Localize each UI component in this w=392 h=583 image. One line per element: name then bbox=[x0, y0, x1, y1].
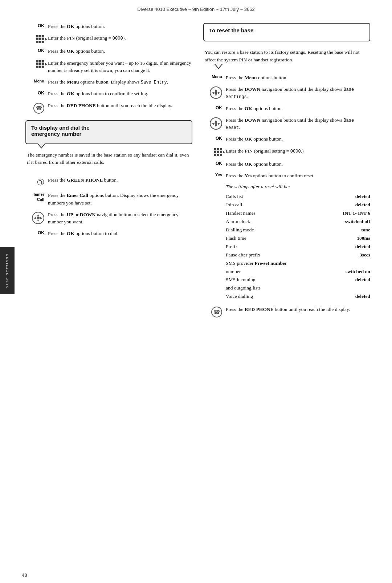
instr-row: ▲ ▼ ◀ ▶ Press the DOWN navigation button… bbox=[203, 117, 370, 131]
nav-icon-r2: ▲ ▼ ◀ ▶ bbox=[210, 117, 222, 130]
instr-text-ok3: Press the OK options button to confirm t… bbox=[48, 90, 192, 97]
left-column: OK Press the OK options button. Ente bbox=[25, 23, 192, 322]
instr-row: ▲ ▼ ◀ ▶ Press the DOWN navigation button… bbox=[203, 86, 370, 101]
keypad-icon-wrap1 bbox=[25, 35, 44, 43]
right-instructions: Menu Press the Menu options button. ▲ ▼ … bbox=[203, 74, 370, 179]
instr-row: Yes Press the Yes options button to conf… bbox=[203, 172, 370, 179]
red-phone-icon-wrap1: ☎ bbox=[25, 102, 44, 114]
table-row: number switched on bbox=[226, 268, 370, 276]
red-phone-icon1: ☎ bbox=[33, 103, 44, 114]
instr-text-ok2: Press the OK options button. bbox=[48, 48, 192, 55]
instr-row: Menu Press the Menu options button. Disp… bbox=[25, 78, 192, 86]
table-row: Join call deleted bbox=[226, 201, 370, 209]
instr-label-ok3: OK bbox=[25, 90, 44, 96]
table-row: Pause after prefix 3secs bbox=[226, 251, 370, 259]
instr-text-red-phone1: Press the RED PHONE button until you rea… bbox=[48, 102, 192, 109]
instr-label-emercall: EmerCall bbox=[25, 192, 44, 202]
green-phone-icon: ✆ bbox=[37, 177, 44, 187]
reset-table: Calls list deleted Join call deleted Han… bbox=[226, 193, 370, 301]
instr-row: ☎ Press the RED PHONE button until you r… bbox=[25, 102, 192, 114]
instr-label-ok-r1: OK bbox=[203, 105, 222, 110]
instr-row-footer: ☎ Press the RED PHONE button until you r… bbox=[203, 306, 370, 317]
instr-row: OK Press the OK options button. bbox=[203, 105, 370, 112]
bottom-instructions: ✆ Press the GREEN PHONE button. EmerCall… bbox=[25, 177, 192, 237]
table-row: SMS provider Pre-set number bbox=[226, 259, 370, 268]
instr-row: OK Press the OK options button. bbox=[25, 23, 192, 30]
instr-label-ok-r2: OK bbox=[203, 135, 222, 141]
reset-section-content: You can restore a base station to its fa… bbox=[203, 49, 370, 64]
table-row: Calls list deleted bbox=[226, 193, 370, 201]
instr-row: EmerCall Press the Emer Call options but… bbox=[25, 192, 192, 207]
reset-table-section: The settings after a reset will be: Call… bbox=[203, 184, 370, 301]
instr-text-emercall: Press the Emer Call options button. Disp… bbox=[48, 192, 192, 207]
instr-text-nav-r2: Press the DOWN navigation button until t… bbox=[226, 117, 370, 131]
instr-text-nav1: Press the UP or DOWN navigation button t… bbox=[48, 211, 192, 226]
instr-label-ok1: OK bbox=[25, 23, 44, 28]
instr-text-ok-r1: Press the OK options button. bbox=[226, 105, 370, 112]
instr-label-ok2: OK bbox=[25, 48, 44, 53]
instr-row: OK Press the OK options button. bbox=[203, 135, 370, 143]
nav-icon-wrap-r1: ▲ ▼ ◀ ▶ bbox=[203, 86, 222, 99]
instr-text-emerg-num: Enter the emergency number you want – up… bbox=[48, 60, 192, 74]
instr-text-green-phone: Press the GREEN PHONE button. bbox=[48, 177, 192, 184]
page-number: 48 bbox=[22, 572, 27, 578]
instr-text-ok-r2: Press the OK options button. bbox=[226, 135, 370, 143]
keypad-icon-wrap-r1 bbox=[203, 147, 222, 156]
page-header: Diverse 4010 Executive ~ 9th Edition ~ 1… bbox=[0, 0, 392, 16]
reset-section-title: To reset the base bbox=[209, 27, 364, 33]
instr-text-menu-r1: Press the Menu options button. bbox=[226, 74, 370, 81]
instr-label-ok-r3: OK bbox=[203, 161, 222, 166]
green-phone-icon-wrap: ✆ bbox=[25, 177, 44, 187]
table-row: Handset names INT 1- INT 6 bbox=[226, 209, 370, 218]
instr-text-ok4: Press the OK options button to dial. bbox=[48, 230, 192, 237]
table-row: SMS incomingand outgoing lists deleted bbox=[226, 276, 370, 292]
table-row: Voice dialling deleted bbox=[226, 292, 370, 301]
right-column: To reset the base You can restore a base… bbox=[203, 23, 370, 322]
keypad-icon2 bbox=[36, 60, 44, 68]
instr-row: OK Press the OK options button to confir… bbox=[25, 90, 192, 97]
keypad-icon-wrap2 bbox=[25, 60, 44, 68]
instr-row: Enter the PIN (original setting = 0000.) bbox=[203, 147, 370, 156]
instr-text-ok-r3: Press the OK options button. bbox=[226, 161, 370, 168]
instr-label-ok4: OK bbox=[25, 230, 44, 235]
table-row: Prefix deleted bbox=[226, 243, 370, 251]
instr-label-yes-r1: Yes bbox=[203, 172, 222, 177]
keypad-icon1 bbox=[36, 35, 44, 43]
top-instructions: OK Press the OK options button. Ente bbox=[25, 23, 192, 114]
instr-row: Menu Press the Menu options button. bbox=[203, 74, 370, 81]
emergency-section-content: The emergency number is saved in the bas… bbox=[25, 151, 192, 167]
instr-text-ok1: Press the OK options button. bbox=[48, 23, 192, 30]
instr-label-menu-r1: Menu bbox=[203, 74, 222, 79]
instr-row: Enter the PIN (original setting = 0000). bbox=[25, 35, 192, 43]
nav-icon-r1: ▲ ▼ ◀ ▶ bbox=[210, 86, 222, 99]
reset-section-box: To reset the base bbox=[203, 23, 370, 41]
red-phone-icon-r: ☎ bbox=[211, 307, 222, 317]
instr-text-menu1: Press the Menu options button. Display s… bbox=[48, 78, 192, 86]
instr-row: OK Press the OK options button. bbox=[203, 161, 370, 168]
instr-text-pin-r1: Enter the PIN (original setting = 0000.) bbox=[226, 147, 370, 155]
nav-icon-wrap1: ▲ ▼ ◀ ▶ bbox=[25, 211, 44, 224]
instr-row: OK Press the OK options button to dial. bbox=[25, 230, 192, 237]
red-phone-icon-wrap-r: ☎ bbox=[203, 306, 222, 317]
table-row: Dialling mode tone bbox=[226, 226, 370, 234]
nav-icon1: ▲ ▼ ◀ ▶ bbox=[32, 212, 44, 224]
instr-text-pin1: Enter the PIN (original setting = 0000). bbox=[48, 35, 192, 42]
instr-text-red-phone-r: Press the RED PHONE button until you rea… bbox=[226, 306, 370, 313]
instr-text-nav-r1: Press the DOWN navigation button until t… bbox=[226, 86, 370, 101]
reset-note: The settings after a reset will be: bbox=[226, 184, 370, 190]
side-tab-label: BASE SETTINGS bbox=[0, 247, 15, 294]
instr-row: OK Press the OK options button. bbox=[25, 48, 192, 55]
instr-row: ✆ Press the GREEN PHONE button. bbox=[25, 177, 192, 187]
keypad-icon-r1 bbox=[214, 148, 222, 156]
instr-label-menu1: Menu bbox=[25, 78, 44, 83]
instr-row: Enter the emergency number you want – up… bbox=[25, 60, 192, 74]
table-row: Flash time 100ms bbox=[226, 234, 370, 243]
table-row: Alarm clock switched off bbox=[226, 218, 370, 226]
instr-row: ▲ ▼ ◀ ▶ Press the UP or DOWN navigation … bbox=[25, 211, 192, 226]
instr-text-yes-r1: Press the Yes options button to confirm … bbox=[226, 172, 370, 179]
emergency-section-box: To display and dial theemergency number bbox=[25, 120, 192, 144]
nav-icon-wrap-r2: ▲ ▼ ◀ ▶ bbox=[203, 117, 222, 130]
emergency-section-title: To display and dial theemergency number bbox=[31, 125, 187, 137]
